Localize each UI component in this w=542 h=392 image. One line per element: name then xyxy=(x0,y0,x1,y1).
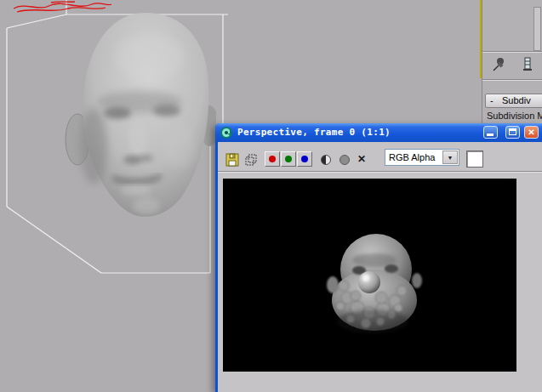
render-toolbar: ✕ RGB Alpha ▼ xyxy=(218,142,542,172)
render-window-body: ✕ RGB Alpha ▼ xyxy=(218,142,542,392)
red-channel-icon xyxy=(269,156,276,162)
minimize-button[interactable] xyxy=(483,126,498,139)
blue-channel-button[interactable] xyxy=(297,151,312,167)
render-canvas[interactable] xyxy=(223,179,516,372)
rollout-header-subdivision[interactable]: -Subdiv xyxy=(485,94,542,108)
panel-divider xyxy=(482,51,542,53)
close-button[interactable]: ✕ xyxy=(524,126,539,139)
alpha-channel-button[interactable] xyxy=(318,152,332,166)
panel-scrollbar[interactable] xyxy=(533,7,541,51)
green-channel-button[interactable] xyxy=(281,151,296,167)
clone-window-button[interactable] xyxy=(244,153,258,167)
panel-divider xyxy=(482,79,542,81)
rollout-collapse-glyph: - xyxy=(490,94,502,107)
pin-stack-icon xyxy=(489,55,508,74)
rendered-frame-window: Perspective, frame 0 (1:1) ✕ xyxy=(215,123,542,392)
rendered-head-image xyxy=(223,179,516,372)
window-icon[interactable] xyxy=(220,126,233,139)
pin-stack-button[interactable] xyxy=(489,55,508,74)
channel-display-dropdown[interactable]: RGB Alpha ▼ xyxy=(385,149,459,166)
chevron-down-icon[interactable]: ▼ xyxy=(442,151,458,164)
alpha-channel-icon xyxy=(321,155,331,165)
monochrome-icon xyxy=(339,155,350,165)
save-bitmap-button[interactable] xyxy=(225,153,239,167)
pixel-color-swatch[interactable] xyxy=(466,151,483,168)
channel-display-value: RGB Alpha xyxy=(389,152,435,162)
save-icon xyxy=(225,153,239,167)
minimize-icon xyxy=(487,134,494,136)
rollout-label: Subdiv xyxy=(502,95,531,105)
blue-channel-icon xyxy=(301,156,308,162)
monochrome-button[interactable] xyxy=(337,152,351,166)
window-title: Perspective, frame 0 (1:1) xyxy=(237,127,391,138)
clone-icon xyxy=(244,153,258,167)
red-channel-button[interactable] xyxy=(265,151,280,167)
maximize-icon xyxy=(509,128,516,135)
3dsmax-screen: -Subdiv Subdivision M Perspective, frame… xyxy=(0,0,542,392)
subdivision-method-label: Subdivision M xyxy=(487,111,542,121)
clear-button[interactable]: ✕ xyxy=(355,152,368,166)
show-end-result-icon xyxy=(518,55,537,74)
green-channel-icon xyxy=(285,156,292,162)
show-end-result-button[interactable] xyxy=(518,55,537,74)
titlebar[interactable]: Perspective, frame 0 (1:1) ✕ xyxy=(215,123,542,142)
model-head[interactable] xyxy=(65,10,216,223)
maximize-button[interactable] xyxy=(505,126,520,139)
